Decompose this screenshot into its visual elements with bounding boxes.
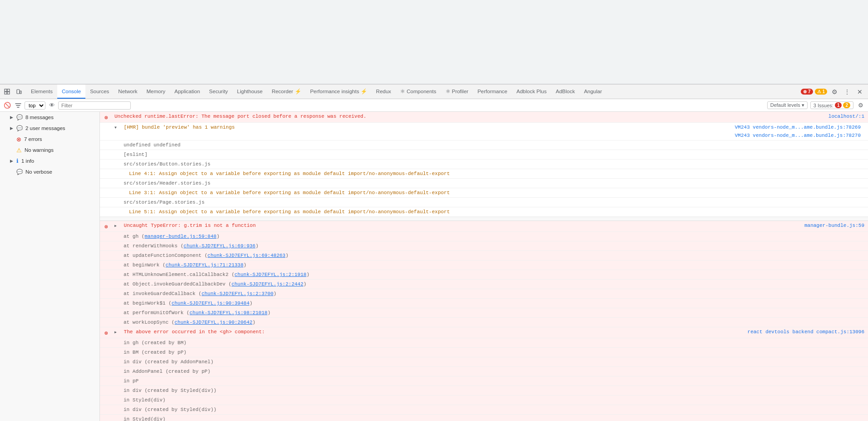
- svg-rect-4: [17, 90, 20, 94]
- console-settings-icon[interactable]: ⚙: [856, 101, 865, 110]
- eye-icon[interactable]: 👁: [47, 101, 56, 110]
- type-error-stack-1-icon: [100, 233, 113, 234]
- type-error-stack-7: at invokeGuardedCallback (chunk-SJD7EFYL…: [100, 289, 868, 299]
- sidebar-item-user-messages[interactable]: ▶ 💬 2 user messages: [0, 123, 99, 134]
- hmr-header-line-row: Line 3:1: Assign object to a variable be…: [100, 188, 868, 198]
- hmr-page-line-row: Line 5:1: Assign object to a variable be…: [100, 207, 868, 217]
- tab-sources[interactable]: Sources: [85, 85, 114, 99]
- hmr-eslint-text: [eslint]: [124, 152, 148, 157]
- issues-label: 3 Issues:: [813, 103, 833, 108]
- type-error-link-5[interactable]: chunk-SJD7EFYL.js:2:1918: [234, 272, 306, 277]
- tab-angular[interactable]: Angular: [580, 85, 607, 99]
- clear-console-button[interactable]: 🚫: [3, 101, 12, 110]
- errors-icon: ⊗: [16, 136, 21, 143]
- hmr-header-stories-content: src/stories/Header.stories.js: [113, 180, 868, 187]
- hmr-source-1[interactable]: VM243 vendors-node_m...ame.bundle.js:782…: [731, 124, 864, 131]
- divider-1: [100, 217, 868, 221]
- tab-elements[interactable]: Elements: [26, 85, 57, 99]
- tab-adblock[interactable]: AdBlock: [551, 85, 579, 99]
- tab-redux[interactable]: Redux: [372, 85, 396, 99]
- console-main: ⊗ Unchecked runtime.lastError: The messa…: [100, 112, 868, 421]
- svg-rect-3: [7, 92, 10, 94]
- component-error-expand-icon[interactable]: [114, 329, 121, 335]
- type-error-stack-10-content: at workLoopSync (chunk-SJD7EFYL.js:90:20…: [113, 319, 868, 326]
- devtools-tab-bar: Elements Console Sources Network Memory …: [0, 85, 868, 99]
- type-error-expand-icon[interactable]: [114, 223, 121, 228]
- default-levels-button[interactable]: Default levels ▾: [767, 101, 808, 109]
- hmr-header-line-icon-col: [100, 189, 113, 190]
- devtools-panel: Elements Console Sources Network Memory …: [0, 84, 868, 421]
- sidebar-item-messages[interactable]: ▶ 💬 8 messages: [0, 112, 99, 123]
- tab-network[interactable]: Network: [114, 85, 142, 99]
- hmr-page-stories-row: src/stories/Page.stories.js: [100, 198, 868, 207]
- devtools-tabs: Elements Console Sources Network Memory …: [26, 85, 798, 99]
- hmr-eslint-row: [eslint]: [100, 150, 868, 160]
- runtime-error-row: ⊗ Unchecked runtime.lastError: The messa…: [100, 112, 868, 123]
- type-error-stack-6-content: at Object.invokeGuardedCallbackDev (chun…: [113, 281, 868, 288]
- type-error-stack-5-icon: [100, 271, 113, 272]
- context-selector[interactable]: top: [25, 101, 45, 110]
- inspect-icon[interactable]: [2, 86, 13, 97]
- hmr-header-icon-col: [100, 180, 113, 181]
- type-error-link-8[interactable]: chunk-SJD7EFYL.js:90:39484: [172, 301, 250, 306]
- type-error-icon-col: ⊗: [100, 222, 113, 231]
- tab-performance[interactable]: Performance: [473, 85, 512, 99]
- type-error-link-7[interactable]: chunk-SJD7EFYL.js:2:3700: [202, 291, 273, 296]
- type-error-link-1[interactable]: manager-bundle.js:59:848: [144, 234, 216, 239]
- component-line-7: in Styled(div): [100, 396, 868, 405]
- type-error-stack-2-content: at renderWithHooks (chunk-SJD7EFYL.js:69…: [113, 242, 868, 250]
- sidebar-item-errors[interactable]: ⊗ 7 errors: [0, 134, 99, 145]
- type-error-link-4[interactable]: chunk-SJD7EFYL.js:71:21338: [165, 262, 243, 268]
- tab-console[interactable]: Console: [57, 85, 85, 99]
- tab-adblock-plus[interactable]: Adblock Plus: [512, 85, 551, 99]
- component-line-6: in div (created by Styled(div)): [100, 386, 868, 396]
- warnings-arrow-icon: [9, 148, 14, 152]
- component-error-icon-col: ⊗: [100, 328, 113, 337]
- type-error-stack-2: at renderWithHooks (chunk-SJD7EFYL.js:69…: [100, 241, 868, 251]
- sidebar-item-verbose[interactable]: 💬 No verbose: [0, 166, 99, 177]
- hmr-button-line-icon-col: [100, 170, 113, 171]
- type-error-header-row: ⊗ Uncaught TypeError: g.trim is not a fu…: [100, 221, 868, 232]
- filter-icon[interactable]: [14, 101, 23, 110]
- runtime-error-source[interactable]: localhost/:1: [786, 113, 868, 120]
- hmr-expand-icon[interactable]: [114, 125, 121, 130]
- type-error-link-2[interactable]: chunk-SJD7EFYL.js:69:936: [184, 243, 255, 249]
- component-error-source[interactable]: react devtools backend compact.js:13096: [744, 328, 868, 336]
- messages-label: 8 messages: [25, 115, 54, 120]
- hmr-source-2[interactable]: VM243 vendors-node_m...ame.bundle.js:782…: [731, 132, 864, 139]
- sidebar-item-info[interactable]: ▶ ℹ 1 info: [0, 155, 99, 166]
- filter-input[interactable]: [58, 101, 131, 110]
- tab-performance-insights[interactable]: Performance insights ⚡: [306, 85, 372, 99]
- info-icon: ℹ: [16, 158, 19, 164]
- tab-lighthouse[interactable]: Lighthouse: [233, 85, 267, 99]
- sidebar-item-warnings[interactable]: ⚠ No warnings: [0, 145, 99, 155]
- type-error-source[interactable]: manager-bundle.js:59: [786, 222, 868, 229]
- tab-application[interactable]: Application: [170, 85, 204, 99]
- hmr-button-text: src/stories/Button.stories.js: [124, 161, 210, 167]
- issues-red-badge: 1: [835, 102, 842, 108]
- close-icon[interactable]: ✕: [854, 86, 865, 97]
- type-error-link-10[interactable]: chunk-SJD7EFYL.js:90:20642: [174, 320, 253, 325]
- type-error-stack-1: at gh (manager-bundle.js:59:848): [100, 232, 868, 241]
- more-icon[interactable]: ⋮: [842, 86, 853, 97]
- device-icon[interactable]: [14, 86, 25, 97]
- type-error-stack-2-icon: [100, 242, 113, 244]
- tab-memory[interactable]: Memory: [142, 85, 170, 99]
- settings-icon[interactable]: ⚙: [829, 86, 840, 97]
- console-sidebar: ▶ 💬 8 messages ▶ 💬 2 user messages ⊗ 7 e…: [0, 112, 100, 421]
- type-error-link-6[interactable]: chunk-SJD7EFYL.js:2:2442: [232, 281, 303, 287]
- type-error-link-9[interactable]: chunk-SJD7EFYL.js:98:21018: [189, 310, 268, 316]
- component-line-7-content: in Styled(div): [113, 396, 868, 404]
- tab-recorder[interactable]: Recorder ⚡: [267, 85, 306, 99]
- hmr-sources-col: VM243 vendors-node_m...ame.bundle.js:782…: [731, 124, 868, 139]
- tab-security[interactable]: Security: [204, 85, 233, 99]
- user-messages-label: 2 user messages: [25, 125, 65, 131]
- browser-viewport: [0, 0, 868, 84]
- tab-components[interactable]: ⚛ Components: [396, 85, 441, 99]
- hmr-section: [HMR] bundle 'preview' has 1 warnings VM…: [100, 123, 868, 217]
- type-error-stack-3: at updateFunctionComponent (chunk-SJD7EF…: [100, 251, 868, 261]
- issues-badge[interactable]: 3 Issues: 1 2: [810, 101, 853, 109]
- tab-profiler[interactable]: ⚛ Profiler: [441, 85, 473, 99]
- type-error-link-3[interactable]: chunk-SJD7EFYL.js:69:48263: [208, 253, 286, 258]
- component-line-5-content: in pP: [113, 377, 868, 385]
